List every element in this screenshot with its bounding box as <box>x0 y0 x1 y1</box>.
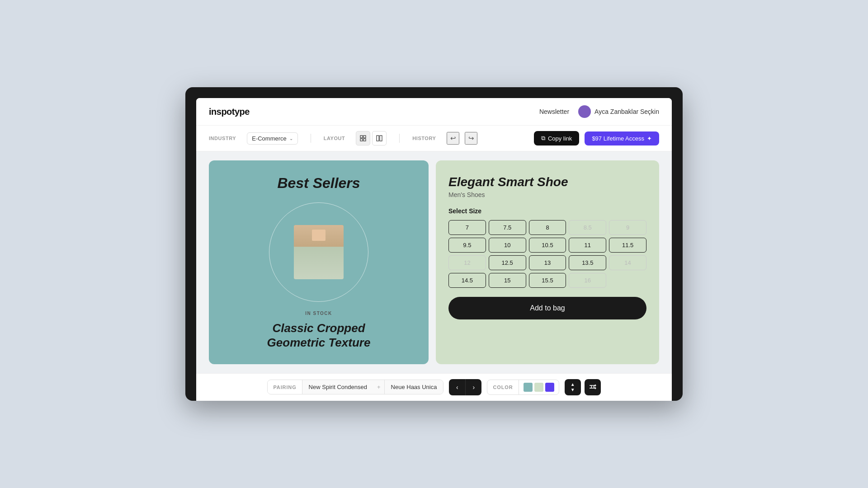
svg-rect-2 <box>360 139 363 141</box>
svg-rect-5 <box>380 136 382 141</box>
size-button-13[interactable]: 13 <box>529 255 566 270</box>
best-sellers-title: Best Sellers <box>277 175 360 192</box>
svg-rect-1 <box>363 136 366 138</box>
industry-select[interactable]: E-Commerce ⌄ <box>247 132 298 145</box>
undo-button[interactable]: ↩ <box>447 132 459 145</box>
size-button-13.5[interactable]: 13.5 <box>569 255 606 270</box>
product-circle <box>269 202 368 302</box>
svg-rect-0 <box>360 136 363 138</box>
nav-arrows: ‹ › <box>449 379 481 395</box>
shuffle-button[interactable] <box>585 379 601 395</box>
lifetime-access-button[interactable]: $97 Lifetime Access ✦ <box>585 131 659 145</box>
up-icon: ▲ <box>571 382 575 387</box>
add-to-bag-button[interactable]: Add to bag <box>448 297 646 319</box>
size-button-14.5[interactable]: 14.5 <box>448 273 486 288</box>
size-button-7.5[interactable]: 7.5 <box>489 220 526 235</box>
toolbar: INDUSTRY E-Commerce ⌄ LAYOUT <box>196 126 672 151</box>
size-button-10.5[interactable]: 10.5 <box>529 238 566 253</box>
pairing-section: PAIRING New Spirit Condensed + Neue Haas… <box>267 380 443 394</box>
product-art <box>294 225 344 279</box>
redo-button[interactable]: ↪ <box>465 132 477 145</box>
user-name: Ayca Zanbaklar Seçkin <box>594 108 659 115</box>
industry-value: E-Commerce <box>252 135 287 142</box>
size-button-11[interactable]: 11 <box>569 238 606 253</box>
size-button-16: 16 <box>569 273 606 288</box>
user-info: Ayca Zanbaklar Seçkin <box>578 105 659 118</box>
layout-grid-button[interactable] <box>356 131 370 145</box>
color-swatch[interactable] <box>545 383 554 392</box>
size-button-10[interactable]: 10 <box>489 238 526 253</box>
size-button-12.5[interactable]: 12.5 <box>489 255 526 270</box>
left-card: Best Sellers IN STOCK Classic Cropped Ge… <box>209 160 429 364</box>
color-section: COLOR <box>487 380 559 395</box>
product-image <box>294 225 344 279</box>
product-name: Classic Cropped Geometric Texture <box>267 321 371 349</box>
product-title: Elegant Smart Shoe <box>448 175 646 189</box>
size-button-7[interactable]: 7 <box>448 220 486 235</box>
svg-rect-3 <box>363 139 366 141</box>
color-swatch[interactable] <box>524 383 533 392</box>
header: inspotype Newsletter Ayca Zanbaklar Seçk… <box>196 98 672 126</box>
right-card: Elegant Smart Shoe Men's Shoes Select Si… <box>436 160 659 364</box>
divider <box>311 134 311 143</box>
newsletter-link[interactable]: Newsletter <box>539 108 569 115</box>
product-subtitle: Men's Shoes <box>448 191 646 198</box>
history-label: HISTORY <box>412 136 436 141</box>
color-swatches <box>519 380 559 394</box>
size-button-14: 14 <box>609 255 646 270</box>
size-button-9.5[interactable]: 9.5 <box>448 238 486 253</box>
toolbar-right: ⧉ Copy link $97 Lifetime Access ✦ <box>534 131 659 145</box>
size-button-15[interactable]: 15 <box>489 273 526 288</box>
select-size-label: Select Size <box>448 207 646 215</box>
lifetime-label: $97 Lifetime Access <box>592 135 644 142</box>
prev-button[interactable]: ‹ <box>449 379 465 395</box>
font2-label: Neue Haas Unica <box>384 380 443 394</box>
monitor: inspotype Newsletter Ayca Zanbaklar Seçk… <box>185 87 683 400</box>
layout-columns-button[interactable] <box>372 131 387 145</box>
size-grid: 77.588.599.51010.51111.51212.51313.51414… <box>448 220 646 288</box>
bottom-toolbar: PAIRING New Spirit Condensed + Neue Haas… <box>196 373 672 401</box>
size-button-8[interactable]: 8 <box>529 220 566 235</box>
up-down-button[interactable]: ▲ ▼ <box>565 379 581 395</box>
layout-label: LAYOUT <box>324 136 345 141</box>
header-right: Newsletter Ayca Zanbaklar Seçkin <box>539 105 659 118</box>
size-button-12: 12 <box>448 255 486 270</box>
size-button-11.5[interactable]: 11.5 <box>609 238 646 253</box>
layout-buttons <box>356 131 387 145</box>
chevron-down-icon: ⌄ <box>289 136 293 141</box>
plus-icon: + <box>373 380 384 394</box>
toolbar-left: INDUSTRY E-Commerce ⌄ LAYOUT <box>209 131 477 145</box>
industry-label: INDUSTRY <box>209 136 236 141</box>
down-icon: ▼ <box>571 388 575 392</box>
size-button-8.5: 8.5 <box>569 220 606 235</box>
size-button-9: 9 <box>609 220 646 235</box>
history-controls: ↩ ↪ <box>447 132 477 145</box>
svg-rect-4 <box>377 136 379 141</box>
copy-link-button[interactable]: ⧉ Copy link <box>534 131 579 145</box>
next-button[interactable]: › <box>465 379 481 395</box>
in-stock-label: IN STOCK <box>305 311 332 316</box>
copy-link-label: Copy link <box>548 135 572 142</box>
copy-icon: ⧉ <box>541 135 545 142</box>
font1-label: New Spirit Condensed <box>302 380 373 394</box>
color-swatch[interactable] <box>534 383 543 392</box>
color-label: COLOR <box>487 381 518 394</box>
sparkle-icon: ✦ <box>647 135 652 142</box>
size-button-15.5[interactable]: 15.5 <box>529 273 566 288</box>
app-logo: inspotype <box>209 107 250 117</box>
pairing-label: PAIRING <box>268 381 302 394</box>
main-content: Best Sellers IN STOCK Classic Cropped Ge… <box>196 151 672 373</box>
divider2 <box>399 134 400 143</box>
app-window: inspotype Newsletter Ayca Zanbaklar Seçk… <box>196 98 672 400</box>
avatar <box>578 105 591 118</box>
